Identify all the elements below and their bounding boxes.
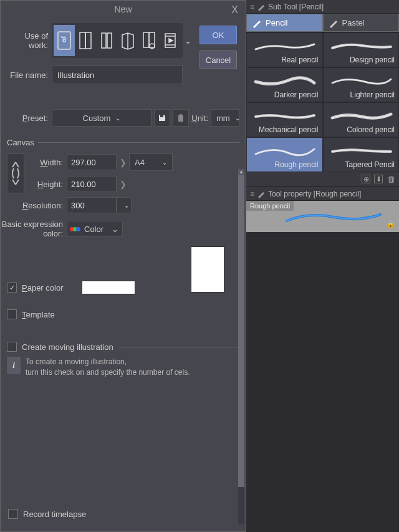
svg-point-1 (63, 39, 65, 42)
link-arrow-icon[interactable]: ❯ (117, 180, 129, 189)
brush-stroke-preview (251, 73, 319, 89)
moving-illustration-label: Create moving illustration (22, 342, 113, 352)
resolution-dropdown[interactable]: ⌄ (117, 197, 132, 213)
canvas-section-title: Canvas (7, 138, 34, 147)
brush-label: Tapered Pencil (345, 160, 395, 169)
brush-design-pencil[interactable]: Design pencil (323, 32, 400, 67)
brush-mechanical-pencil[interactable]: Mechanical pencil (246, 102, 323, 137)
paper-size-value: A4 (135, 158, 145, 167)
pencil-icon (257, 190, 266, 198)
brush-lighter-pencil[interactable]: Lighter pencil (323, 67, 400, 102)
svg-rect-0 (58, 32, 70, 49)
subtool-panel-header[interactable]: ≡ Sub Tool [Pencil] (246, 0, 399, 14)
delete-brush-icon[interactable]: 🗑 (387, 175, 395, 183)
template-checkbox[interactable] (7, 309, 17, 319)
filename-input[interactable] (52, 65, 183, 84)
height-input[interactable] (67, 176, 117, 192)
work-chevron-icon[interactable]: ⌄ (183, 36, 193, 46)
tab-pastel[interactable]: Pastel (323, 14, 400, 32)
paper-color-swatch[interactable] (82, 281, 135, 294)
svg-rect-4 (102, 33, 106, 48)
subtool-header-text: Sub Tool [Pencil] (268, 2, 324, 11)
chevron-down-icon: ⌄ (235, 115, 240, 122)
paper-size-dropdown[interactable]: A4 ⌄ (129, 153, 173, 171)
preset-save-icon[interactable] (154, 109, 170, 127)
width-input[interactable] (67, 154, 117, 170)
preset-delete-icon[interactable] (173, 109, 189, 127)
brush-toolbar: ⊕ ⬇ 🗑 (246, 172, 399, 186)
rgb-icon (71, 227, 80, 231)
scrollbar[interactable]: ▲ (238, 175, 244, 525)
brush-label: Lighter pencil (350, 90, 395, 99)
work-print-icon[interactable] (117, 25, 138, 56)
scroll-up-icon[interactable]: ▲ (238, 169, 244, 175)
paper-color-checkbox[interactable] (7, 283, 17, 293)
resolution-input[interactable] (67, 197, 117, 213)
brush-stroke-preview (251, 38, 319, 54)
pastel-icon (329, 18, 339, 28)
work-comic-icon[interactable] (75, 25, 96, 56)
work-illustration-icon[interactable] (54, 25, 75, 56)
width-label: Width: (31, 158, 67, 167)
preset-dropdown[interactable]: Custom ⌄ (52, 109, 151, 127)
brush-grid: Real pencil Design pencil Darker pencil … (246, 32, 399, 172)
pencil-icon (252, 18, 262, 28)
expression-label: Basic expression color: (0, 220, 67, 238)
brush-stroke-preview (327, 73, 396, 89)
resolution-label: Resolution: (18, 201, 67, 210)
info-text: To create a moving illustration, turn th… (26, 357, 190, 378)
brush-stroke-preview (327, 108, 396, 124)
chevron-down-icon: ⌄ (162, 159, 167, 166)
tab-pencil[interactable]: Pencil (246, 14, 323, 32)
record-timelapse-label: Record timelapse (23, 510, 86, 519)
brush-label: Rough pencil (274, 160, 318, 169)
tool-property-body: Rough pencil 🔒 (246, 201, 399, 232)
work-settings-icon[interactable] (138, 25, 160, 56)
brush-real-pencil[interactable]: Real pencil (246, 32, 323, 67)
lock-icon[interactable]: 🔒 (386, 220, 395, 228)
tool-property-header[interactable]: ≡ Tool property [Rough pencil] (246, 187, 399, 201)
brush-label: Darker pencil (274, 90, 319, 99)
chevron-down-icon: ⌄ (112, 225, 118, 234)
record-timelapse-checkbox[interactable] (8, 509, 18, 519)
brush-label: Colored pencil (347, 125, 395, 134)
info-icon: i (7, 357, 21, 374)
expression-color-dropdown[interactable]: Color ⌄ (67, 221, 123, 237)
pencil-icon (257, 2, 266, 11)
use-of-work-label: Use of work: (7, 31, 52, 50)
work-show-all-icon[interactable] (96, 25, 117, 56)
close-icon[interactable]: X (231, 4, 238, 16)
dialog-title: New (1, 1, 246, 18)
ok-button[interactable]: OK (200, 26, 237, 44)
scrollbar-thumb[interactable] (238, 175, 244, 487)
brush-tapered-pencil[interactable]: Tapered Pencil (323, 137, 400, 172)
add-brush-icon[interactable]: ⬇ (374, 175, 383, 183)
brush-darker-pencil[interactable]: Darker pencil (246, 67, 323, 102)
brush-stroke-preview (251, 108, 319, 124)
divider (118, 347, 239, 347)
height-label: Height: (31, 180, 67, 189)
duplicate-brush-icon[interactable]: ⊕ (362, 175, 370, 183)
unit-dropdown[interactable]: mm ⌄ (211, 109, 239, 127)
grip-icon: ≡ (250, 190, 253, 198)
new-document-dialog: New X OK Cancel Use of work: (0, 0, 246, 532)
brush-label: Real pencil (281, 56, 318, 64)
svg-rect-6 (143, 32, 149, 47)
moving-illustration-checkbox[interactable] (7, 342, 17, 352)
brush-label: Design pencil (350, 56, 395, 64)
tool-property-title: Tool property [Rough pencil] (268, 190, 361, 198)
brush-colored-pencil[interactable]: Colored pencil (323, 102, 400, 137)
paper-color-label: Paper color (22, 283, 63, 293)
orientation-toggle[interactable] (7, 153, 24, 193)
svg-point-8 (150, 44, 155, 49)
chevron-down-icon: ⌄ (115, 115, 120, 122)
cancel-button[interactable]: Cancel (200, 51, 237, 69)
preset-value: Custom (83, 114, 111, 123)
work-animation-icon[interactable] (160, 25, 181, 56)
brush-stroke-preview (251, 143, 319, 159)
link-arrow-icon[interactable]: ❯ (117, 158, 129, 167)
canvas-preview (191, 246, 224, 293)
brush-rough-pencil[interactable]: Rough pencil (246, 137, 323, 172)
svg-rect-2 (80, 32, 85, 49)
tab-label: Pencil (266, 18, 287, 27)
